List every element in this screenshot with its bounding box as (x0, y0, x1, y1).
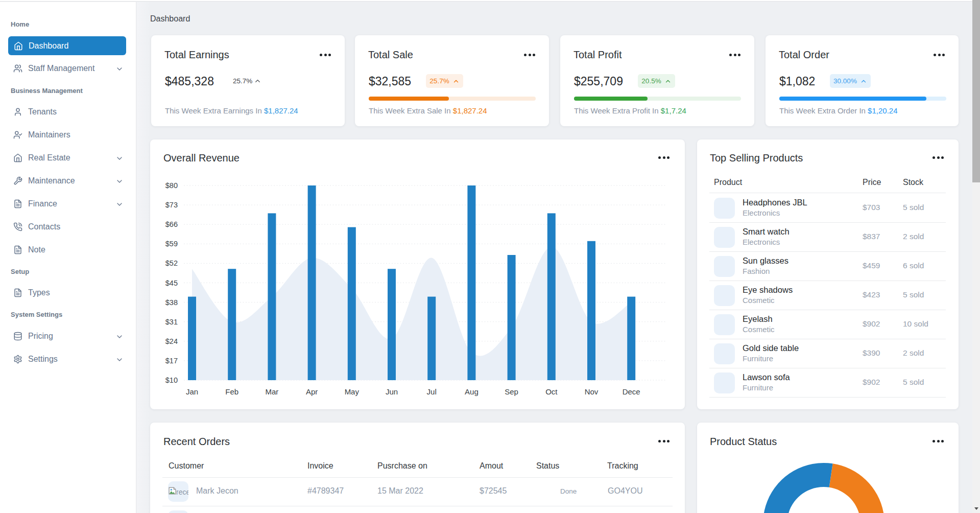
svg-text:$38: $38 (165, 298, 178, 307)
svg-text:Jan: Jan (186, 387, 198, 396)
svg-text:$31: $31 (165, 318, 178, 326)
svg-text:$45: $45 (165, 279, 178, 287)
svg-text:$24: $24 (165, 337, 178, 345)
svg-text:Oct: Oct (545, 387, 558, 396)
svg-text:Feb: Feb (225, 387, 238, 396)
svg-text:Sep: Sep (505, 387, 518, 396)
svg-text:$10: $10 (165, 376, 178, 384)
svg-text:May: May (345, 387, 360, 396)
svg-text:Nov: Nov (585, 387, 599, 396)
svg-text:Jul: Jul (427, 387, 437, 396)
svg-text:$66: $66 (165, 220, 178, 228)
svg-text:$59: $59 (165, 240, 178, 248)
svg-text:$52: $52 (165, 259, 178, 267)
svg-text:Apr: Apr (306, 387, 318, 396)
svg-text:Aug: Aug (465, 387, 479, 396)
svg-text:Mar: Mar (265, 387, 278, 396)
svg-text:Jun: Jun (386, 387, 398, 396)
svg-text:Dece: Dece (623, 387, 640, 396)
svg-text:$80: $80 (165, 181, 178, 190)
svg-text:$17: $17 (165, 357, 178, 365)
svg-text:$73: $73 (165, 201, 178, 209)
